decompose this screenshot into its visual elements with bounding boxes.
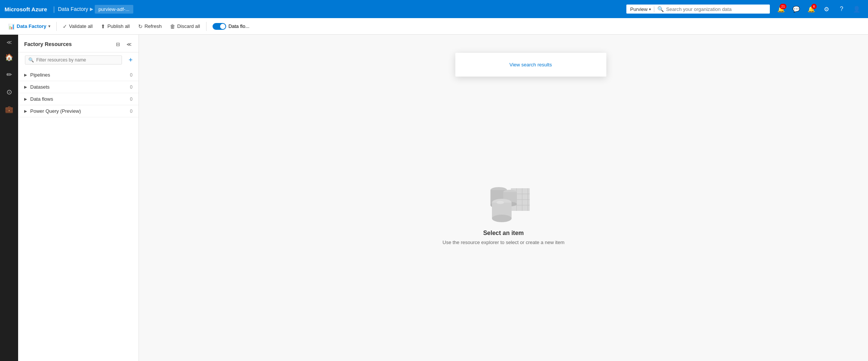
factory-breadcrumb[interactable]: purview-adf-... [95, 5, 133, 14]
empty-state-subtitle: Use the resource explorer to select or c… [442, 240, 564, 245]
toolbar-divider-2 [206, 22, 207, 31]
datasets-label: Datasets [30, 84, 130, 90]
empty-state-title: Select an item [483, 230, 524, 237]
nav-chevron-icon: ▶ [90, 6, 93, 12]
main-content-area: View search results [139, 35, 868, 361]
sidebar-close-button[interactable]: ≪ [124, 39, 134, 49]
pipelines-chevron-icon: ▶ [24, 73, 27, 77]
main-toolbar: 📊 Data Factory ▾ ✓ Validate all ⬆ Publis… [0, 18, 868, 35]
nav-manage-button[interactable]: 💼 [1, 101, 17, 118]
notifications-button[interactable]: 🔔 21 [774, 2, 788, 16]
svg-point-15 [492, 215, 512, 222]
nav-separator: | [53, 5, 55, 13]
refresh-icon: ↻ [138, 23, 143, 29]
view-search-results-link[interactable]: View search results [461, 59, 600, 71]
search-row: 🔍 + [18, 52, 139, 69]
settings-button[interactable]: ⚙ [820, 2, 833, 16]
validate-all-button[interactable]: ✓ Validate all [59, 21, 97, 32]
help-button[interactable]: ? [835, 2, 848, 16]
factory-nav-label: Data Factory [58, 6, 88, 12]
data-flows-count: 0 [130, 97, 133, 102]
sidebar-panel: Factory Resources ⊟ ≪ 🔍 + ▶ Pipelines 0 … [18, 35, 139, 361]
refresh-label: Refresh [145, 23, 162, 29]
cylinders-illustration-svg [473, 173, 533, 222]
data-flows-toggle[interactable] [213, 23, 226, 30]
datasets-item[interactable]: ▶ Datasets 0 [18, 81, 139, 93]
power-query-item[interactable]: ▶ Power Query (Preview) 0 [18, 105, 139, 117]
publish-all-label: Publish all [107, 23, 130, 29]
chat-button[interactable]: 💬 [789, 2, 803, 16]
factory-icon: 📊 [8, 23, 15, 29]
data-flows-chevron-icon: ▶ [24, 97, 27, 101]
filter-search-input[interactable] [36, 57, 119, 63]
toolbar-divider-1 [56, 22, 57, 31]
discard-all-label: Discard all [177, 23, 200, 29]
sidebar-collapse-button[interactable]: ⊟ [113, 39, 123, 49]
main-layout: ≪ 🏠 ✏ ⊙ 💼 Factory Resources ⊟ ≪ 🔍 + ▶ Pi… [0, 35, 868, 361]
search-dropdown-panel: View search results [455, 53, 606, 77]
power-query-chevron-icon: ▶ [24, 109, 27, 113]
purview-chevron-icon: ▾ [649, 7, 651, 11]
data-flows-label: Data flo... [228, 23, 250, 29]
power-query-label: Power Query (Preview) [30, 108, 130, 114]
discard-all-button[interactable]: 🗑 Discard all [166, 21, 204, 32]
top-navigation: Microsoft Azure | Data Factory ▶ purview… [0, 0, 868, 18]
filter-search-box: 🔍 [25, 55, 122, 65]
pipelines-item[interactable]: ▶ Pipelines 0 [18, 69, 139, 81]
sidebar-header-icons: ⊟ ≪ [113, 39, 134, 49]
purview-selector[interactable]: Purview ▾ [630, 6, 654, 12]
nav-collapse-button[interactable]: ≪ [1, 36, 17, 48]
factory-title-toolbar[interactable]: 📊 Data Factory ▾ [5, 21, 54, 32]
purview-label: Purview [630, 6, 648, 12]
publish-all-button[interactable]: ⬆ Publish all [97, 21, 133, 32]
filter-search-icon: 🔍 [28, 57, 34, 63]
microsoft-azure-brand: Microsoft Azure [5, 6, 47, 12]
notifications-badge: 21 [780, 4, 786, 9]
account-button[interactable]: 👤 [850, 2, 863, 16]
validate-icon: ✓ [63, 23, 67, 29]
nav-icons-group: 🔔 21 💬 🔔 6 ⚙ ? 👤 [774, 2, 863, 16]
nav-home-button[interactable]: 🏠 [1, 49, 17, 66]
publish-icon: ⬆ [101, 23, 105, 29]
alerts-button[interactable]: 🔔 6 [805, 2, 818, 16]
datasets-count: 0 [130, 84, 133, 90]
add-resource-button[interactable]: + [126, 55, 136, 65]
pipelines-label: Pipelines [30, 72, 130, 78]
discard-icon: 🗑 [170, 23, 175, 29]
pipelines-count: 0 [130, 72, 133, 78]
nav-edit-button[interactable]: ✏ [1, 66, 17, 83]
alerts-badge: 6 [811, 4, 817, 9]
power-query-count: 0 [130, 109, 133, 114]
global-search-icon: 🔍 [657, 6, 664, 12]
toolbar-chevron-icon: ▾ [48, 24, 50, 28]
datasets-chevron-icon: ▶ [24, 85, 27, 89]
factory-name-label: Data Factory [17, 23, 46, 29]
sidebar-title: Factory Resources [24, 41, 113, 47]
refresh-button[interactable]: ↻ Refresh [134, 21, 166, 32]
data-flows-item[interactable]: ▶ Data flows 0 [18, 93, 139, 105]
global-search-area: Purview ▾ 🔍 [626, 5, 770, 14]
sidebar-header: Factory Resources ⊟ ≪ [18, 35, 139, 52]
resource-list: ▶ Pipelines 0 ▶ Datasets 0 ▶ Data flows … [18, 69, 139, 361]
empty-state-section: Select an item Use the resource explorer… [442, 173, 564, 245]
data-flows-toggle-area: Data flo... [209, 23, 253, 30]
global-search-input[interactable] [666, 6, 749, 12]
nav-monitor-button[interactable]: ⊙ [1, 84, 17, 100]
validate-all-label: Validate all [69, 23, 93, 29]
icon-navigation: ≪ 🏠 ✏ ⊙ 💼 [0, 35, 18, 361]
empty-state-illustration [473, 173, 533, 222]
svg-point-16 [496, 201, 504, 204]
data-flows-label: Data flows [30, 96, 130, 102]
